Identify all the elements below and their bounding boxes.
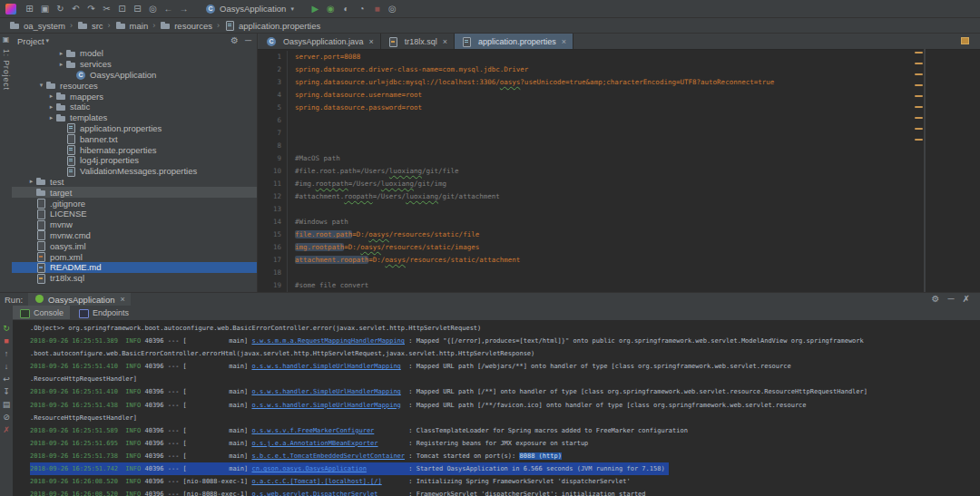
tool-window-button-project[interactable]: 1: Project: [2, 49, 11, 91]
code-text[interactable]: spring.datasource.url=jdbc:mysql://local…: [288, 76, 980, 89]
tree-item-mvnw.cmd[interactable]: mvnw.cmd: [12, 230, 257, 241]
breadcrumb-item-application.properties[interactable]: application.properties: [222, 20, 322, 31]
find-icon[interactable]: ◎: [145, 1, 161, 17]
sync-icon[interactable]: ↻: [53, 1, 68, 17]
close-tab-icon[interactable]: ×: [562, 37, 566, 46]
close-tab-icon[interactable]: ×: [443, 37, 447, 46]
console-line[interactable]: 2018-09-26 16:26:08.520 INFO 40396 --- […: [30, 488, 980, 496]
editor-lines[interactable]: 1server.port=80882spring.datasource.driv…: [258, 49, 980, 292]
tree-item-application.properties[interactable]: application.properties: [12, 123, 257, 134]
tree-item-README.md[interactable]: README.md: [12, 262, 257, 273]
tab-OasysApplication.java[interactable]: OasysApplication.java×: [260, 34, 381, 49]
tool-window-switcher-icon[interactable]: ▣: [0, 35, 12, 44]
tab-console[interactable]: Console: [13, 306, 70, 319]
close-tab-icon[interactable]: ×: [120, 295, 124, 304]
tree-item-pom.xml[interactable]: pom.xml: [12, 251, 257, 262]
breadcrumb-item-main[interactable]: main: [113, 20, 151, 31]
code-text[interactable]: spring.datasource.driver-class-name=com.…: [288, 63, 980, 76]
code-text[interactable]: file.root.path=D:/oasys/resources/static…: [288, 229, 980, 241]
search-everywhere-icon[interactable]: ◎: [385, 1, 400, 17]
tab-endpoints[interactable]: Endpoints: [72, 306, 135, 319]
tab-tr18lx.sql[interactable]: tr18lx.sql×: [381, 34, 455, 49]
project-panel-title[interactable]: Project: [17, 36, 44, 46]
cut-icon[interactable]: ✂: [99, 1, 114, 17]
stripe-mark[interactable]: [915, 106, 923, 108]
settings-gear-icon[interactable]: ⚙: [932, 293, 940, 306]
code-text[interactable]: spring.datasource.username=root: [288, 89, 980, 102]
stripe-mark[interactable]: [915, 73, 923, 75]
stripe-mark[interactable]: [915, 139, 923, 141]
console-line[interactable]: 2018-09-26 16:25:51.738 INFO 40396 --- […: [30, 450, 980, 462]
code-text[interactable]: #some file convert: [288, 279, 980, 292]
hide-panel-icon[interactable]: ─: [245, 34, 251, 47]
console-line[interactable]: 2018-09-26 16:26:08.520 INFO 40396 --- […: [30, 475, 980, 488]
tree-item-templates[interactable]: ▸templates: [12, 112, 257, 123]
code-text[interactable]: [288, 127, 980, 140]
console-output[interactable]: .Object>> org.springframework.boot.autoc…: [13, 320, 980, 496]
console-line[interactable]: 2018-09-26 16:25:51.410 INFO 40396 --- […: [30, 385, 980, 398]
profiler-icon[interactable]: ◔: [354, 1, 369, 17]
redo-icon[interactable]: ↷: [83, 1, 99, 17]
stripe-mark[interactable]: [915, 84, 923, 86]
rerun-icon[interactable]: ↻: [3, 324, 10, 333]
tree-item-target[interactable]: target: [12, 187, 257, 198]
clear-icon[interactable]: ⊘: [3, 413, 10, 422]
code-text[interactable]: #Windows path: [288, 216, 980, 229]
copy-icon[interactable]: ⊡: [114, 1, 130, 17]
scroll-to-end-icon[interactable]: ↧: [3, 387, 10, 396]
coverage-icon[interactable]: ◐: [338, 1, 354, 17]
close-icon[interactable]: ✗: [963, 293, 970, 306]
stripe-mark[interactable]: [915, 52, 923, 53]
tree-item-banner.txt[interactable]: banner.txt: [12, 133, 257, 144]
undo-icon[interactable]: ↶: [68, 1, 83, 17]
tree-item-OasysApplication[interactable]: OasysApplication: [12, 70, 257, 81]
tree-item-mvnw[interactable]: mvnw: [12, 219, 257, 230]
tree-item-.gitignore[interactable]: .gitignore: [12, 198, 257, 209]
code-text[interactable]: #MacOS path: [288, 152, 980, 165]
tab-application.properties[interactable]: application.properties×: [455, 34, 573, 49]
stripe-mark[interactable]: [915, 128, 923, 130]
chevron-down-icon[interactable]: ▾: [46, 37, 50, 44]
forward-icon[interactable]: →: [176, 1, 191, 17]
stripe-mark[interactable]: [915, 95, 923, 97]
console-line[interactable]: 2018-09-26 16:25:51.589 INFO 40396 --- […: [30, 424, 980, 437]
breadcrumb-item-oa_system[interactable]: oa_system: [7, 20, 67, 31]
code-text[interactable]: [288, 203, 980, 216]
console-line[interactable]: 2018-09-26 16:25:51.389 INFO 40396 --- […: [30, 335, 980, 347]
console-line[interactable]: .ResourceHttpRequestHandler]: [30, 373, 980, 385]
breadcrumb-item-resources[interactable]: resources: [158, 20, 214, 31]
breadcrumb-item-src[interactable]: src: [75, 20, 105, 31]
console-line[interactable]: 2018-09-26 16:25:51.438 INFO 40396 --- […: [30, 399, 980, 412]
stop-icon[interactable]: ■: [369, 1, 385, 17]
tree-item-mappers[interactable]: ▸mappers: [12, 91, 257, 102]
code-text[interactable]: #file.root.path=/Users/luoxiang/git/file: [288, 165, 980, 178]
code-text[interactable]: [288, 140, 980, 152]
code-text[interactable]: #attachment.roopath=/Users/luoxiang/git/…: [288, 190, 980, 203]
stripe-mark[interactable]: [915, 63, 923, 64]
tree-item-ValidationMessages.properties[interactable]: ValidationMessages.properties: [12, 166, 257, 177]
tree-item-tr18lx.sql[interactable]: tr18lx.sql: [12, 273, 257, 284]
console-line[interactable]: .ResourceHttpRequestHandler]: [30, 412, 980, 424]
console-line[interactable]: 2018-09-26 16:25:51.410 INFO 40396 --- […: [30, 360, 980, 373]
close-icon[interactable]: ✗: [3, 425, 10, 434]
settings-gear-icon[interactable]: ⚙: [230, 34, 239, 47]
tree-item-hibernate.properties[interactable]: hibernate.properties: [12, 144, 257, 155]
debug-icon[interactable]: ◉: [323, 1, 338, 17]
tree-item-LICENSE[interactable]: LICENSE: [12, 209, 257, 219]
back-icon[interactable]: ←: [161, 1, 176, 17]
console-line[interactable]: .boot.autoconfigure.web.BasicErrorContro…: [30, 347, 980, 360]
code-text[interactable]: img.rootpath=D:/oasys/resources/static/i…: [288, 241, 980, 254]
up-stack-icon[interactable]: ↑: [5, 349, 9, 358]
code-text[interactable]: spring.datasource.password=root: [288, 102, 980, 114]
down-stack-icon[interactable]: ↓: [5, 362, 9, 371]
tree-item-log4j.properties[interactable]: log4j.properties: [12, 155, 257, 166]
stripe-mark[interactable]: [915, 117, 923, 119]
tree-item-oasys.iml[interactable]: oasys.iml: [12, 240, 257, 251]
tree-item-resources[interactable]: ▾resources: [12, 80, 257, 91]
soft-wrap-icon[interactable]: ↩: [3, 374, 10, 384]
open-icon[interactable]: ⊞: [22, 1, 37, 17]
tree-item-model[interactable]: ▸model: [12, 48, 257, 59]
editor-scrollbar[interactable]: [924, 49, 926, 292]
tree-item-services[interactable]: ▸services: [12, 59, 257, 70]
run-tab[interactable]: OasysApplication×: [28, 293, 131, 306]
